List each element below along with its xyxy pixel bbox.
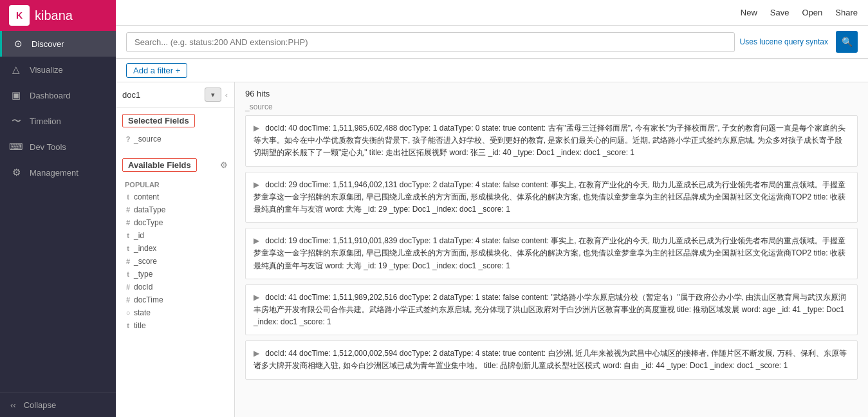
search-button[interactable]: 🔍: [836, 31, 858, 53]
content-area: doc1 ▾ ‹ Selected Fields ? _source Avail…: [116, 82, 868, 417]
field-index[interactable]: t _index: [122, 242, 228, 255]
doc-entry-3: ▶ docId: 19 docTime: 1,511,910,001,839 d…: [245, 228, 858, 279]
field-type-item[interactable]: t _type: [122, 268, 228, 281]
search-input[interactable]: [126, 32, 735, 52]
topbar: New Save Open Share: [116, 0, 868, 26]
field-type-id: t: [125, 232, 131, 239]
available-fields-title: Available Fields: [122, 158, 197, 172]
field-type-title: t: [125, 322, 131, 329]
doc-expand-4[interactable]: ▶: [254, 292, 259, 304]
sidebar-item-timelion-label: Timelion: [30, 116, 61, 126]
available-fields-gear-icon[interactable]: ⚙: [220, 160, 228, 170]
sidebar: K kibana ⊙ Discover △ Visualize ▣ Dashbo…: [0, 0, 116, 417]
field-name-doctype: docType: [134, 218, 225, 227]
devtools-icon: ⌨: [10, 141, 22, 153]
save-button[interactable]: Save: [770, 5, 790, 20]
dashboard-icon: ▣: [10, 89, 22, 101]
field-name-state: state: [134, 308, 225, 317]
doc-expand-5[interactable]: ▶: [254, 348, 259, 360]
lucene-hint: Uses lucene query syntax: [740, 37, 828, 46]
field-state[interactable]: ○ state: [122, 306, 228, 319]
index-selector: doc1 ▾ ‹: [116, 82, 234, 107]
doc-expand-3[interactable]: ▶: [254, 235, 259, 247]
doc-content-3: docId: 19 docTime: 1,511,910,001,839 doc…: [254, 236, 845, 270]
sidebar-item-visualize[interactable]: △ Visualize: [0, 57, 116, 82]
field-name-id: _id: [134, 231, 225, 240]
document-area: 96 hits _source ▶ docId: 40 docTime: 1,5…: [235, 82, 868, 417]
field-id[interactable]: t _id: [122, 229, 228, 242]
field-name-score: _score: [134, 257, 225, 266]
sidebar-item-management-label: Management: [30, 168, 78, 178]
doc-expand-1[interactable]: ▶: [254, 122, 259, 134]
sidebar-item-devtools[interactable]: ⌨ Dev Tools: [0, 134, 116, 160]
timelion-icon: 〜: [10, 115, 22, 127]
hits-count: 96 hits: [245, 82, 858, 102]
sidebar-item-dashboard-label: Dashboard: [30, 91, 71, 100]
field-doctype[interactable]: # docType: [122, 216, 228, 229]
doc-content-2: docId: 29 docTime: 1,511,946,002,131 doc…: [254, 180, 845, 214]
sidebar-item-timelion[interactable]: 〜 Timelion: [0, 108, 116, 134]
doc-expand-2[interactable]: ▶: [254, 179, 259, 191]
field-type-index: t: [125, 245, 131, 252]
field-doctime[interactable]: # docTime: [122, 293, 228, 306]
logo-area: K kibana: [0, 0, 116, 31]
selected-fields-title: Selected Fields: [122, 114, 195, 127]
field-name-index: _index: [134, 244, 225, 253]
field-type-content: t: [125, 193, 131, 201]
field-content[interactable]: t content: [122, 190, 228, 203]
filter-bar: Add a filter +: [116, 59, 868, 82]
left-panel: doc1 ▾ ‹ Selected Fields ? _source Avail…: [116, 82, 235, 417]
source-field-item[interactable]: ? _source: [122, 133, 228, 145]
field-datatype[interactable]: # dataType: [122, 203, 228, 216]
doc-entry-1: ▶ docId: 40 docTime: 1,511,985,602,488 d…: [245, 115, 858, 167]
share-button[interactable]: Share: [835, 5, 858, 20]
discover-icon: ⊙: [12, 38, 24, 50]
field-type-state: ○: [125, 309, 131, 317]
field-name-datatype: dataType: [134, 205, 225, 214]
doc-entry-2: ▶ docId: 29 docTime: 1,511,946,002,131 d…: [245, 172, 858, 223]
sidebar-item-discover[interactable]: ⊙ Discover: [0, 31, 116, 57]
index-dropdown-button[interactable]: ▾: [205, 88, 221, 102]
sidebar-nav: ⊙ Discover △ Visualize ▣ Dashboard 〜 Tim…: [0, 31, 116, 393]
index-name: doc1: [122, 90, 202, 100]
doc-content-5: docId: 44 docTime: 1,512,000,002,594 doc…: [254, 349, 847, 370]
new-button[interactable]: New: [741, 5, 757, 20]
field-type-doctype: #: [125, 219, 131, 227]
sidebar-item-visualize-label: Visualize: [30, 65, 63, 75]
logo-text: kibana: [35, 8, 73, 23]
search-bar: Uses lucene query syntax 🔍: [116, 26, 868, 59]
open-button[interactable]: Open: [802, 5, 822, 20]
selected-fields-section: Selected Fields ? _source: [116, 107, 234, 152]
source-type-icon: ?: [125, 135, 131, 143]
add-filter-button[interactable]: Add a filter +: [126, 63, 187, 78]
field-type-score: #: [125, 257, 131, 265]
topbar-actions: New Save Open Share: [741, 5, 858, 20]
sidebar-item-discover-label: Discover: [32, 39, 64, 49]
available-fields-section: Available Fields ⚙ Popular t content # d…: [116, 152, 234, 338]
source-field-name: _source: [134, 134, 225, 144]
field-name-title: title: [134, 321, 225, 330]
field-name-content: content: [134, 192, 225, 201]
kibana-logo-icon: K: [9, 5, 30, 26]
main-area: New Save Open Share Uses lucene query sy…: [116, 0, 868, 417]
visualize-icon: △: [10, 64, 22, 75]
selected-fields-header: Selected Fields: [122, 114, 228, 127]
field-score[interactable]: # _score: [122, 255, 228, 268]
popular-label: Popular: [122, 177, 228, 190]
field-docid[interactable]: # docId: [122, 281, 228, 293]
sidebar-collapse[interactable]: ‹‹ Collapse: [0, 393, 116, 417]
field-name-doctime: docTime: [134, 295, 225, 304]
field-type-type: t: [125, 270, 131, 278]
field-type-docid: #: [125, 283, 131, 291]
source-header: _source: [245, 102, 858, 111]
sidebar-item-dashboard[interactable]: ▣ Dashboard: [0, 82, 116, 108]
field-name-type: _type: [134, 270, 225, 279]
sidebar-item-management[interactable]: ⚙ Management: [0, 160, 116, 185]
collapse-label: Collapse: [24, 400, 57, 410]
field-type-datatype: #: [125, 206, 131, 214]
panel-collapse-arrow[interactable]: ‹: [225, 90, 228, 100]
field-type-doctime: #: [125, 296, 131, 304]
management-icon: ⚙: [10, 167, 22, 178]
doc-entry-5: ▶ docId: 44 docTime: 1,512,000,002,594 d…: [245, 340, 858, 379]
field-title[interactable]: t title: [122, 319, 228, 332]
